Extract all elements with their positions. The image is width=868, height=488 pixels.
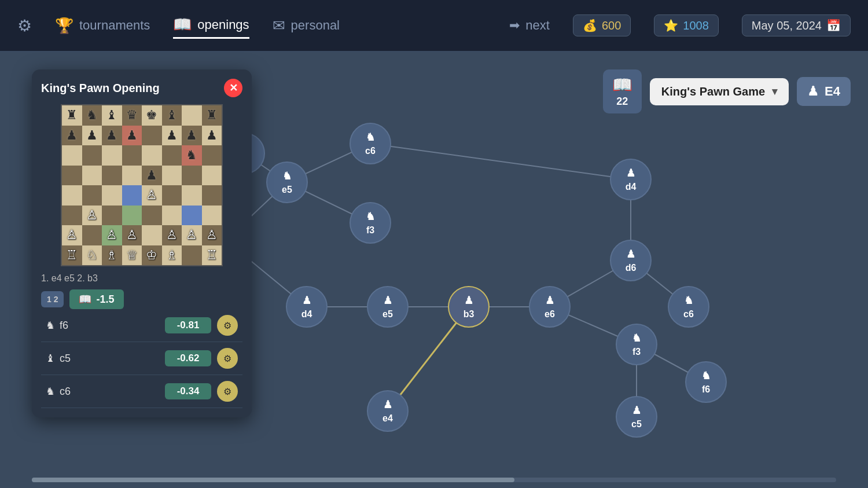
chess-cell [142, 145, 162, 166]
dropdown-label: King's Pawn Game [661, 85, 765, 98]
node-label: f3 [632, 347, 641, 357]
chess-cell [162, 185, 182, 206]
personal-nav-item[interactable]: ✉ personal [273, 13, 340, 38]
stars-badge: ⭐ 1008 [654, 14, 719, 36]
scrollbar-thumb[interactable] [32, 478, 514, 482]
chess-cell: ♘ [82, 245, 102, 266]
chess-cell [122, 206, 142, 226]
tree-node[interactable]: ♟ d4 [286, 286, 328, 328]
chess-cell: ♙ [182, 225, 202, 245]
node-piece-icon: ♟ [302, 294, 311, 307]
svg-line-15 [370, 144, 631, 179]
tree-node[interactable]: ♟ e4 [367, 390, 409, 432]
tree-node[interactable]: ♟ d4 [610, 159, 652, 200]
chess-cell: ♙ [202, 225, 222, 245]
main-panel: 📖 22 King's Pawn Game ▾ ♟ E4 King's Pawn… [0, 52, 868, 488]
mail-icon: ✉ [273, 17, 285, 35]
tree-node[interactable]: ♟ c5 [616, 396, 657, 438]
node-label: e5 [382, 309, 393, 320]
chess-cell [102, 185, 122, 206]
tree-node[interactable]: ♞ e5 [266, 162, 308, 203]
node-label: f3 [366, 225, 374, 236]
top-navigation: ⚙ 🏆 tournaments 📖 openings ✉ personal ➡ … [0, 0, 868, 52]
node-piece-icon: ♞ [701, 369, 711, 382]
node-label: d4 [301, 309, 312, 320]
list-item[interactable]: ♞ f6 -0.81 ⚙ [41, 309, 242, 342]
close-button[interactable]: ✕ [224, 79, 242, 97]
chess-cell [62, 145, 82, 166]
list-item[interactable]: ♞ c6 -0.34 ⚙ [41, 375, 242, 408]
book-icon-small: 📖 [79, 293, 91, 306]
list-item[interactable]: ♝ c5 -0.62 ⚙ [41, 342, 242, 375]
pawn-icon: ♟ [807, 84, 819, 99]
node-label: e5 [282, 185, 292, 195]
move-label: ♝ c5 [46, 352, 159, 365]
chess-cell: ♟ [162, 126, 182, 146]
book-count: 22 [616, 96, 628, 108]
tree-node[interactable]: ♞ c6 [668, 286, 709, 328]
node-label: d4 [626, 182, 637, 192]
coins-badge: 💰 600 [573, 14, 631, 36]
tournaments-label: tournaments [79, 18, 150, 33]
tree-node[interactable]: ♞ f3 [616, 324, 657, 365]
chess-cell [162, 166, 182, 186]
tree-button[interactable]: ⚙ [217, 315, 238, 336]
node-label: e6 [545, 309, 555, 320]
book-icon: 📖 [612, 75, 632, 94]
node-piece-icon: ♞ [684, 294, 693, 307]
chess-cell: ♟ [142, 166, 162, 186]
eval-value: -1.5 [96, 293, 114, 306]
node-piece-icon: ♟ [383, 398, 392, 411]
chess-cell: ♟ [122, 126, 142, 146]
openings-nav-item[interactable]: 📖 openings [173, 12, 249, 39]
node-piece-icon: ♟ [626, 167, 635, 179]
eval-value: -0.34 [165, 383, 211, 399]
tree-node[interactable]: ♞ f3 [350, 202, 391, 244]
tree-node[interactable]: ♟ b3 [448, 286, 490, 328]
opening-dropdown[interactable]: King's Pawn Game ▾ [650, 78, 789, 105]
node-label: d6 [626, 263, 637, 273]
chess-cell [122, 185, 142, 206]
chess-cell [122, 166, 142, 186]
chess-cell: ♙ [122, 225, 142, 245]
stars-value: 1008 [683, 19, 709, 32]
chess-cell [142, 126, 162, 146]
chess-cell [182, 245, 202, 266]
next-label: next [525, 18, 550, 33]
chess-cell: ♜ [62, 105, 82, 126]
e4-button[interactable]: ♟ E4 [797, 77, 851, 106]
openings-label: openings [197, 17, 249, 32]
tree-button[interactable]: ⚙ [217, 381, 238, 402]
next-button[interactable]: ➡ next [509, 18, 550, 33]
coins-value: 600 [602, 19, 621, 32]
tournaments-nav-item[interactable]: 🏆 tournaments [55, 13, 150, 38]
node-piece-icon: ♞ [366, 131, 375, 144]
move-label: ♞ f6 [46, 319, 159, 332]
chess-cell [142, 206, 162, 226]
piece-icon: ♝ [46, 352, 55, 365]
tree-node[interactable]: ♞ c6 [350, 123, 391, 164]
tree-button[interactable]: ⚙ [217, 348, 238, 369]
chess-cell [162, 145, 182, 166]
chess-cell [62, 185, 82, 206]
scrollbar[interactable] [32, 478, 836, 482]
book-icon: 📖 [173, 16, 192, 34]
personal-label: personal [291, 18, 340, 33]
eval-badge: 📖 -1.5 [69, 289, 123, 309]
tree-node[interactable]: ♟ d6 [610, 240, 652, 281]
node-piece-icon: ♟ [464, 294, 473, 307]
node-label: b3 [464, 309, 475, 320]
tree-node[interactable]: ♟ e6 [529, 286, 571, 328]
tree-controls: 📖 22 King's Pawn Game ▾ ♟ E4 [603, 69, 851, 113]
chess-cell [82, 145, 102, 166]
move-notation: 1. e4 e5 2. b3 [41, 273, 242, 284]
chess-cell: ♖ [62, 245, 82, 266]
chess-cell [142, 225, 162, 245]
move-number-badge: 1 2 [41, 291, 64, 307]
settings-icon[interactable]: ⚙ [17, 16, 32, 35]
move-label: ♞ c6 [46, 385, 159, 398]
tree-node[interactable]: ♞ f6 [685, 361, 727, 403]
tree-node[interactable]: ♟ e5 [367, 286, 409, 328]
chess-cell [202, 166, 222, 186]
chess-cell [102, 145, 122, 166]
